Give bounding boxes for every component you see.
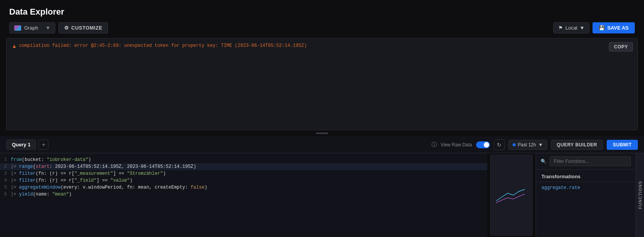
query-section: Query 1 + ⓘ View Raw Data ↻ Past 12h ▼ Q… bbox=[0, 136, 644, 237]
query-controls-right: ⓘ View Raw Data ↻ Past 12h ▼ QUERY BUILD… bbox=[432, 139, 638, 150]
save-icon: 💾 bbox=[599, 25, 605, 31]
filter-functions-input[interactable] bbox=[549, 156, 631, 166]
chevron-down-icon-time: ▼ bbox=[538, 142, 543, 148]
app-container: Data Explorer Graph ▼ ⚙ CUSTOMIZE ⚑ Loca… bbox=[0, 0, 644, 237]
chevron-down-icon: ▼ bbox=[45, 25, 50, 31]
toolbar: Graph ▼ ⚙ CUSTOMIZE ⚑ Local ▼ 💾 SAVE AS bbox=[9, 22, 635, 33]
save-as-label: SAVE AS bbox=[607, 25, 629, 31]
info-icon: ⓘ bbox=[432, 141, 437, 148]
refresh-button[interactable]: ↻ bbox=[494, 139, 505, 150]
search-icon: 🔍 bbox=[541, 159, 546, 164]
query-tabs-bar: Query 1 + ⓘ View Raw Data ↻ Past 12h ▼ Q… bbox=[0, 136, 644, 153]
warning-icon: ▲ bbox=[13, 43, 16, 50]
mini-chart-preview bbox=[490, 155, 533, 235]
code-line-6: 6 |> yield(name: "mean") bbox=[0, 191, 487, 198]
code-line-5: 5 |> aggregateWindow(every: v.windowPeri… bbox=[0, 184, 487, 191]
customize-label: CUSTOMIZE bbox=[71, 25, 103, 31]
location-icon: ⚑ bbox=[558, 25, 563, 31]
error-text: compilation failed: error @2:45-2:69: un… bbox=[19, 43, 307, 48]
graph-icon bbox=[14, 25, 21, 31]
divider-handle[interactable] bbox=[0, 130, 644, 136]
query-builder-button[interactable]: QUERY BUILDER bbox=[551, 140, 603, 150]
save-as-button[interactable]: 💾 SAVE AS bbox=[593, 22, 635, 33]
query-tab-label: Query 1 bbox=[12, 142, 30, 148]
filter-functions-container: 🔍 bbox=[536, 153, 636, 170]
local-button[interactable]: ⚑ Local ▼ bbox=[553, 22, 589, 33]
transformations-header: Transformations bbox=[536, 170, 636, 182]
code-line-3: 3 |> filter(fn: (r) => r["_measurement"]… bbox=[0, 170, 487, 177]
add-query-button[interactable]: + bbox=[38, 140, 48, 150]
copy-button[interactable]: COPY bbox=[609, 42, 633, 51]
graph-button[interactable]: Graph ▼ bbox=[9, 22, 55, 33]
refresh-icon: ↻ bbox=[497, 142, 501, 148]
customize-button[interactable]: ⚙ CUSTOMIZE bbox=[58, 22, 108, 33]
time-range-label: Past 12h bbox=[518, 142, 536, 148]
svg-rect-0 bbox=[494, 186, 529, 205]
error-panel: ▲ compilation failed: error @2:45-2:69: … bbox=[6, 38, 638, 130]
function-name: aggregate.rate bbox=[541, 185, 580, 191]
function-item-aggregate-rate[interactable]: aggregate.rate bbox=[536, 182, 636, 194]
query-tab-1[interactable]: Query 1 bbox=[6, 139, 36, 150]
functions-tab[interactable]: Functions bbox=[636, 153, 644, 237]
local-label: Local bbox=[565, 25, 577, 31]
gear-icon: ⚙ bbox=[64, 25, 69, 31]
functions-tab-label: Functions bbox=[638, 181, 642, 209]
error-message: ▲ compilation failed: error @2:45-2:69: … bbox=[13, 43, 631, 50]
code-line-1: 1 from(bucket: "iobroker-data") bbox=[0, 156, 487, 163]
view-raw-label: View Raw Data bbox=[441, 142, 472, 148]
page-title: Data Explorer bbox=[9, 7, 635, 17]
header: Data Explorer Graph ▼ ⚙ CUSTOMIZE ⚑ Loca… bbox=[0, 0, 644, 38]
chart-svg bbox=[494, 186, 529, 205]
submit-button[interactable]: SUBMIT bbox=[607, 140, 638, 150]
time-dot-icon bbox=[513, 143, 516, 146]
time-range-button[interactable]: Past 12h ▼ bbox=[508, 140, 547, 150]
toolbar-right: ⚑ Local ▼ 💾 SAVE AS bbox=[553, 22, 635, 33]
view-raw-toggle[interactable] bbox=[476, 141, 490, 148]
editor-row: 1 from(bucket: "iobroker-data") 2 |> ran… bbox=[0, 153, 644, 237]
right-panel: 🔍 Transformations aggregate.rate bbox=[536, 153, 636, 237]
graph-label: Graph bbox=[24, 25, 38, 31]
code-line-2: 2 |> range(start: 2023-06-14T05:52:14.19… bbox=[0, 163, 487, 170]
resize-handle-icon bbox=[316, 133, 328, 134]
chevron-down-icon-local: ▼ bbox=[580, 25, 585, 31]
code-line-4: 4 |> filter(fn: (r) => r["_field"] == "v… bbox=[0, 177, 487, 184]
code-editor[interactable]: 1 from(bucket: "iobroker-data") 2 |> ran… bbox=[0, 153, 487, 237]
